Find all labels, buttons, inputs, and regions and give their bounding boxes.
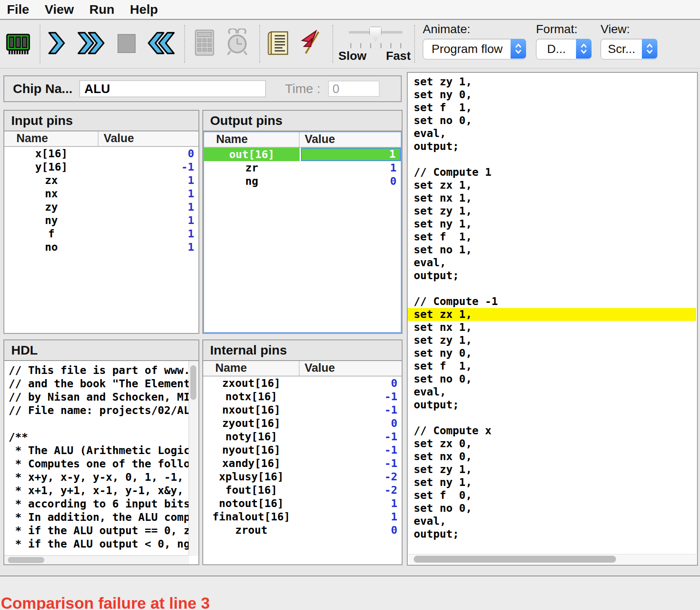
pin-name: zxout[16] xyxy=(203,377,300,390)
code-line: set ny 0, xyxy=(408,88,696,101)
load-chip-button[interactable] xyxy=(6,32,31,57)
column-header-value[interactable]: Value xyxy=(99,131,198,146)
pin-value[interactable]: 0 xyxy=(301,174,401,188)
code-line: // and the book "The Elements of xyxy=(9,377,189,390)
pin-value[interactable]: 0 xyxy=(301,523,402,537)
pin-value[interactable]: 1 xyxy=(100,187,198,200)
table-row[interactable]: nxout[16]-1 xyxy=(203,403,402,417)
table-row[interactable]: y[16]-1 xyxy=(4,160,198,174)
pin-value[interactable]: 1 xyxy=(100,227,198,240)
format-dropdown[interactable]: D... xyxy=(536,39,592,59)
code-line xyxy=(9,417,189,430)
scrollbar-thumb[interactable] xyxy=(190,365,196,400)
table-row[interactable]: f1 xyxy=(4,227,198,240)
pin-value[interactable]: 1 xyxy=(301,148,401,161)
table-row[interactable]: xplusy[16]-2 xyxy=(203,470,402,483)
stop-button[interactable] xyxy=(117,34,136,53)
table-row[interactable]: zy1 xyxy=(4,200,198,214)
chip-name-bar: Chip Na... ALU Time : 0 xyxy=(3,75,402,102)
flag-icon xyxy=(299,29,322,56)
table-row[interactable]: x[16]0 xyxy=(4,147,198,160)
pin-value[interactable]: 0 xyxy=(301,417,402,430)
table-row[interactable]: notout[16]1 xyxy=(203,497,402,510)
script-horizontal-scrollbar[interactable] xyxy=(409,554,696,564)
menu-help[interactable]: Help xyxy=(130,2,158,17)
code-line: * if the ALU output < 0, ng is xyxy=(9,537,189,551)
pin-value[interactable]: 1 xyxy=(100,214,198,227)
table-row[interactable]: ng0 xyxy=(204,174,401,188)
table-row[interactable]: xandy[16]-1 xyxy=(203,457,402,470)
table-row[interactable]: noty[16]-1 xyxy=(203,430,402,443)
code-line: set f 0, xyxy=(408,489,696,502)
hdl-vertical-scrollbar[interactable] xyxy=(189,361,198,556)
rewind-button[interactable] xyxy=(146,31,176,55)
column-header-value[interactable]: Value xyxy=(300,361,402,376)
table-row[interactable]: zyout[16]0 xyxy=(203,417,402,430)
table-row[interactable]: notx[16]-1 xyxy=(203,390,402,403)
clock-button[interactable] xyxy=(225,28,250,57)
table-row[interactable]: zrout0 xyxy=(203,523,402,537)
pin-value[interactable]: 1 xyxy=(100,240,198,254)
menu-run[interactable]: Run xyxy=(90,2,115,17)
code-line: // File name: projects/02/ALU.hd xyxy=(9,404,189,417)
toolbar: Slow Fast Animate: Program flow Format: … xyxy=(0,21,700,68)
menu-file[interactable]: File xyxy=(7,2,29,17)
menu-view[interactable]: View xyxy=(45,2,74,17)
scrollbar-thumb[interactable] xyxy=(414,556,616,563)
input-pins-panel: Input pins Name Value x[16]0y[16]-1zx1nx… xyxy=(3,110,199,334)
pin-value[interactable]: 0 xyxy=(100,147,198,160)
pin-name: zrout xyxy=(203,523,300,537)
table-row[interactable]: nyout[16]-1 xyxy=(203,443,402,457)
table-row[interactable]: ny1 xyxy=(4,214,198,227)
column-header-name[interactable]: Name xyxy=(203,361,300,376)
pin-value[interactable]: 1 xyxy=(301,497,402,510)
pin-value[interactable]: -1 xyxy=(301,443,402,457)
code-line: set f 1, xyxy=(408,101,696,114)
pin-value[interactable]: 1 xyxy=(301,510,402,523)
script-button[interactable] xyxy=(267,30,291,56)
breakpoints-button[interactable] xyxy=(299,29,322,56)
pin-value[interactable]: 1 xyxy=(100,200,198,214)
code-line: * x+1, y+1, x-1, y-1, x&y, x|y xyxy=(9,484,189,497)
toolbar-separator xyxy=(414,25,415,63)
chip-name-input[interactable]: ALU xyxy=(79,80,266,97)
pin-value[interactable]: -1 xyxy=(301,403,402,417)
pin-name: xplusy[16] xyxy=(203,470,300,483)
pin-name: zy xyxy=(4,200,99,214)
scrollbar-thumb[interactable] xyxy=(8,557,44,563)
pin-name: fout[16] xyxy=(203,483,300,497)
hardware-simulator-window: { "menu": {"items": ["File", "View", "Ru… xyxy=(0,0,700,610)
pin-value[interactable]: -1 xyxy=(301,390,402,403)
table-row[interactable]: zxout[16]0 xyxy=(203,377,402,390)
table-row[interactable]: no1 xyxy=(4,240,198,254)
column-header-value[interactable]: Value xyxy=(300,132,401,147)
view-dropdown[interactable]: Scr... xyxy=(601,39,657,59)
speed-slider-thumb[interactable] xyxy=(369,27,381,41)
code-line: /** xyxy=(9,430,189,444)
pin-value[interactable]: -2 xyxy=(301,483,402,497)
table-row[interactable]: out[16]1 xyxy=(204,148,401,161)
code-line: // Compute 1 xyxy=(408,166,696,179)
single-step-button[interactable] xyxy=(47,31,66,55)
calculator-button[interactable] xyxy=(193,29,216,57)
table-row[interactable]: finalout[16]1 xyxy=(203,510,402,523)
column-header-name[interactable]: Name xyxy=(204,132,300,147)
pin-value[interactable]: 1 xyxy=(301,161,401,174)
table-row[interactable]: zr1 xyxy=(204,161,401,174)
column-header-name[interactable]: Name xyxy=(4,131,99,146)
pin-value[interactable]: -1 xyxy=(301,457,402,470)
code-line: eval, xyxy=(408,256,696,269)
pin-value[interactable]: 0 xyxy=(301,377,402,390)
table-row[interactable]: zx1 xyxy=(4,174,198,187)
animate-dropdown[interactable]: Program flow xyxy=(423,39,526,59)
table-row[interactable]: nx1 xyxy=(4,187,198,200)
pin-value[interactable]: -1 xyxy=(301,430,402,443)
table-row[interactable]: fout[16]-2 xyxy=(203,483,402,497)
time-input[interactable]: 0 xyxy=(328,81,380,97)
hdl-horizontal-scrollbar[interactable] xyxy=(4,555,189,564)
pin-value[interactable]: 1 xyxy=(100,174,198,187)
run-button[interactable] xyxy=(77,31,106,55)
pin-value[interactable]: -2 xyxy=(301,470,402,483)
pin-value[interactable]: -1 xyxy=(100,160,198,174)
toolbar-separator xyxy=(332,25,333,63)
